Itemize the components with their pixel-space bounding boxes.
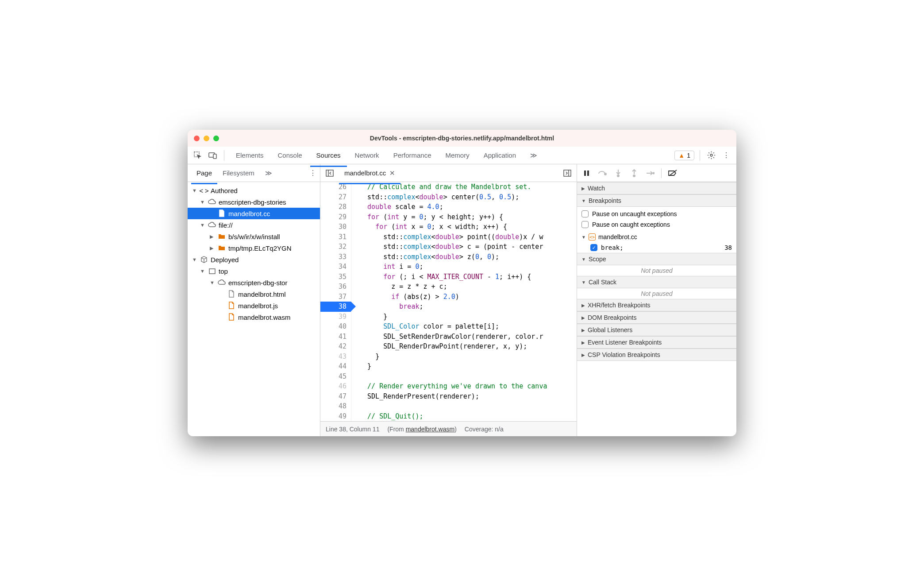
- code-editor[interactable]: 2627282930313233343536373839404142434445…: [320, 182, 577, 421]
- tree-domain-deployed[interactable]: ▼ emscripten-dbg-stor: [188, 277, 320, 288]
- debugger-panel: ▶Watch ▼Breakpoints Pause on uncaught ex…: [577, 164, 736, 436]
- file-icon: [227, 290, 235, 298]
- tree-authored[interactable]: ▼ < > Authored: [188, 185, 320, 196]
- svg-rect-9: [584, 171, 586, 176]
- more-nav-tabs-icon[interactable]: ≫: [260, 166, 277, 181]
- checkbox-unchecked-icon[interactable]: [581, 221, 589, 228]
- section-dom[interactable]: ▶DOM Breakpoints: [577, 311, 736, 324]
- section-watch[interactable]: ▶Watch: [577, 182, 736, 194]
- main-toolbar: Elements Console Sources Network Perform…: [188, 147, 736, 164]
- tree-file-js[interactable]: mandelbrot.js: [188, 300, 320, 311]
- separator: [700, 150, 700, 161]
- step-icon[interactable]: [645, 168, 655, 178]
- checkbox-checked-icon[interactable]: ✓: [590, 244, 597, 251]
- tab-sources[interactable]: Sources: [310, 148, 347, 163]
- tree-domain-emscripten[interactable]: ▼ emscripten-dbg-stories: [188, 196, 320, 208]
- tab-page[interactable]: Page: [191, 166, 217, 180]
- svg-rect-10: [587, 171, 589, 176]
- tree-file-scheme[interactable]: ▼ file://: [188, 219, 320, 231]
- pause-caught-row[interactable]: Pause on caught exceptions: [581, 219, 732, 230]
- titlebar: DevTools - emscripten-dbg-stories.netlif…: [188, 130, 736, 147]
- close-tab-icon[interactable]: ✕: [389, 169, 395, 177]
- svg-rect-2: [213, 154, 216, 159]
- cloud-icon: [208, 221, 216, 229]
- svg-point-3: [710, 154, 712, 156]
- tab-memory[interactable]: Memory: [439, 148, 476, 163]
- inspect-element-icon[interactable]: [192, 150, 204, 161]
- section-event[interactable]: ▶Event Listener Breakpoints: [577, 336, 736, 349]
- tree-folder-tmp[interactable]: ▶ tmp/tmp.ELcTq2YGN: [188, 242, 320, 254]
- nav-kebab-icon[interactable]: ⋮: [309, 169, 316, 177]
- breakpoint-file[interactable]: ▼ <> mandelbrot.cc: [577, 232, 736, 242]
- breakpoint-item[interactable]: ✓ break; 38: [577, 242, 736, 253]
- cursor-position: Line 38, Column 11: [326, 426, 379, 433]
- breakpoints-body: Pause on uncaught exceptions Pause on ca…: [577, 207, 736, 232]
- file-icon: [218, 209, 226, 217]
- tab-application[interactable]: Application: [477, 148, 522, 163]
- line-gutter[interactable]: 2627282930313233343536373839404142434445…: [320, 182, 351, 421]
- more-tabs-icon[interactable]: ≫: [524, 148, 543, 163]
- warnings-badge[interactable]: ▲ 1: [674, 151, 694, 160]
- svg-point-11: [604, 173, 606, 175]
- tree-deployed[interactable]: ▼ Deployed: [188, 254, 320, 265]
- code-content[interactable]: // Calculate and draw the Mandelbrot set…: [351, 182, 547, 421]
- window-controls: [194, 136, 219, 141]
- scope-body: Not paused: [577, 265, 736, 276]
- folder-icon: [218, 233, 226, 240]
- tree-folder-install[interactable]: ▶ b/s/w/ir/x/w/install: [188, 231, 320, 242]
- tree-file-html[interactable]: mandelbrot.html: [188, 288, 320, 300]
- tree-top[interactable]: ▼ top: [188, 265, 320, 277]
- tab-network[interactable]: Network: [349, 148, 385, 163]
- file-icon: [227, 302, 235, 310]
- code-file-icon: <>: [589, 233, 596, 240]
- devtools-window: DevTools - emscripten-dbg-stories.netlif…: [188, 130, 736, 436]
- coverage-status: Coverage: n/a: [465, 426, 504, 433]
- editor-panel: mandelbrot.cc ✕ 262728293031323334353637…: [320, 164, 577, 436]
- step-into-icon[interactable]: [613, 168, 623, 178]
- debugger-toolbar: [577, 164, 736, 182]
- toggle-debugger-icon[interactable]: [562, 167, 573, 179]
- device-toolbar-icon[interactable]: [207, 150, 219, 161]
- file-tree: ▼ < > Authored ▼ emscripten-dbg-stories …: [188, 182, 320, 436]
- tab-filesystem[interactable]: Filesystem: [217, 166, 260, 180]
- panel-tabs: Elements Console Sources Network Perform…: [230, 148, 671, 163]
- navigator-panel: Page Filesystem ≫ ⋮ ▼ < > Authored ▼ ems…: [188, 164, 320, 436]
- settings-icon[interactable]: [705, 150, 717, 161]
- section-csp[interactable]: ▶CSP Violation Breakpoints: [577, 349, 736, 361]
- step-over-icon[interactable]: [597, 168, 607, 178]
- cube-icon: [200, 256, 208, 264]
- toggle-navigator-icon[interactable]: [324, 167, 335, 179]
- checkbox-unchecked-icon[interactable]: [581, 210, 589, 217]
- tab-console[interactable]: Console: [272, 148, 308, 163]
- tab-performance[interactable]: Performance: [387, 148, 438, 163]
- section-breakpoints[interactable]: ▼Breakpoints: [577, 194, 736, 207]
- frame-icon: [208, 267, 216, 275]
- warning-count: 1: [687, 152, 690, 159]
- section-global[interactable]: ▶Global Listeners: [577, 324, 736, 336]
- tree-file-wasm[interactable]: mandelbrot.wasm: [188, 311, 320, 323]
- file-icon: [227, 313, 235, 321]
- kebab-menu-icon[interactable]: ⋮: [720, 150, 732, 161]
- tab-elements[interactable]: Elements: [230, 148, 270, 163]
- warning-icon: ▲: [678, 152, 685, 159]
- pause-icon[interactable]: [581, 168, 591, 178]
- pause-uncaught-row[interactable]: Pause on uncaught exceptions: [581, 209, 732, 219]
- window-title: DevTools - emscripten-dbg-stories.netlif…: [188, 135, 736, 142]
- tree-file-mandelbrot-cc[interactable]: mandelbrot.cc: [188, 208, 320, 219]
- svg-point-13: [617, 175, 619, 177]
- separator: [224, 150, 224, 161]
- section-xhr[interactable]: ▶XHR/fetch Breakpoints: [577, 299, 736, 311]
- close-window-button[interactable]: [194, 136, 200, 141]
- svg-point-17: [653, 172, 654, 174]
- minimize-window-button[interactable]: [204, 136, 209, 141]
- cloud-icon: [208, 198, 216, 206]
- zoom-window-button[interactable]: [213, 136, 219, 141]
- file-tab-mandelbrot-cc[interactable]: mandelbrot.cc ✕: [339, 166, 400, 180]
- folder-icon: [218, 244, 226, 252]
- navigator-tabs: Page Filesystem ≫ ⋮: [188, 164, 320, 182]
- section-scope[interactable]: ▼Scope: [577, 253, 736, 265]
- section-callstack[interactable]: ▼Call Stack: [577, 276, 736, 288]
- source-origin: (From mandelbrot.wasm): [387, 426, 456, 433]
- deactivate-breakpoints-icon[interactable]: [668, 168, 678, 178]
- step-out-icon[interactable]: [629, 168, 639, 178]
